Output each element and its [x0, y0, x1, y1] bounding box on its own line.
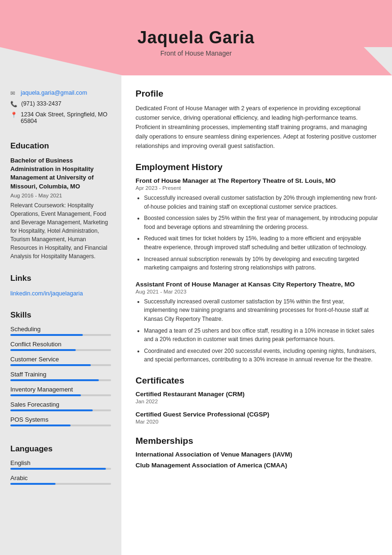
edu-dates: Aug 2016 - May 2021 [10, 193, 111, 198]
skill-item: Staff Training [10, 371, 111, 381]
language-bar-fill [10, 468, 106, 470]
certificates-section-title: Certificates [136, 375, 378, 386]
language-item: Arabic [10, 474, 111, 485]
address-contact: 📍 1234 Oak Street, Springfield, MO 65804 [10, 111, 111, 124]
certificate-date: Jan 2022 [136, 399, 378, 404]
certificate-entry: Certified Guest Service Professional (CG… [136, 411, 378, 424]
linkedin-link-container: linkedin.com/in/jaquelagaria [10, 289, 111, 297]
email-icon: ✉ [10, 90, 17, 97]
resume-document: Jaquela Garia Front of House Manager ✉ j… [0, 0, 392, 555]
skill-name: Sales Forecasting [10, 401, 111, 408]
skill-bar-bg [10, 379, 111, 381]
email-contact: ✉ jaquela.garia@gmail.com [10, 90, 111, 97]
sidebar: ✉ jaquela.garia@gmail.com 📞 (971) 333-24… [0, 75, 121, 555]
language-bar-bg [10, 483, 111, 485]
job-entry: Assistant Front of House Manager at Kans… [136, 281, 378, 364]
skill-item: Scheduling [10, 326, 111, 336]
links-section: Links linkedin.com/in/jaquelagaria [10, 274, 111, 297]
certificate-name: Certified Restaurant Manager (CRM) [136, 391, 378, 398]
job-title: Front of House Manager at The Repertory … [136, 177, 378, 184]
certificate-date: Mar 2020 [136, 419, 378, 424]
education-title: Education [10, 141, 111, 151]
job-dates: Apr 2023 - Present [136, 185, 378, 191]
skill-name: Staff Training [10, 371, 111, 378]
language-bar-bg [10, 468, 111, 470]
skill-bar-fill [10, 409, 93, 411]
skill-bar-fill [10, 349, 76, 351]
languages-title: Languages [10, 444, 111, 454]
resume-header: Jaquela Garia Front of House Manager [0, 0, 392, 75]
education-section: Education Bachelor of Business Administr… [10, 141, 111, 261]
languages-section: Languages English Arabic [10, 444, 111, 490]
phone-icon: 📞 [10, 101, 17, 107]
location-icon: 📍 [10, 112, 17, 118]
employment-section-title: Employment History [136, 162, 378, 172]
languages-list: English Arabic [10, 459, 111, 485]
skill-item: Inventory Management [10, 386, 111, 396]
skill-name: Conflict Resolution [10, 341, 111, 348]
language-name: Arabic [10, 474, 111, 482]
skills-title: Skills [10, 310, 111, 320]
skill-name: Scheduling [10, 326, 111, 333]
language-name: English [10, 459, 111, 466]
linkedin-link[interactable]: linkedin.com/in/jaquelagaria [10, 290, 83, 297]
skills-list: Scheduling Conflict Resolution Customer … [10, 326, 111, 426]
memberships-section-title: Memberships [136, 436, 378, 446]
candidate-name: Jaquela Garia [137, 28, 255, 48]
job-bullet: Reduced wait times for ticket holders by… [144, 234, 378, 252]
skill-name: Customer Service [10, 356, 111, 363]
skill-item: Sales Forecasting [10, 401, 111, 411]
job-entry: Front of House Manager at The Repertory … [136, 177, 378, 272]
job-dates: Aug 2021 - Mar 2023 [136, 289, 378, 294]
edu-degree: Bachelor of Business Administration in H… [10, 156, 111, 191]
contact-section: ✉ jaquela.garia@gmail.com 📞 (971) 333-24… [10, 90, 111, 128]
profile-section-title: Profile [136, 89, 378, 99]
job-bullet: Successfully increased overall customer … [144, 194, 378, 211]
membership-entry: International Association of Venue Manag… [136, 451, 378, 458]
email-link[interactable]: jaquela.garia@gmail.com [21, 90, 87, 96]
profile-text: Dedicated Front of House Manager with 2 … [136, 104, 378, 151]
skill-bar-bg [10, 409, 111, 411]
job-bullet: Boosted concession sales by 25% within t… [144, 214, 378, 231]
job-bullet: Successfully increased overall customer … [144, 297, 378, 324]
skill-item: POS Systems [10, 416, 111, 426]
memberships-list: International Association of Venue Manag… [136, 451, 378, 469]
address-text: 1234 Oak Street, Springfield, MO 65804 [21, 111, 111, 124]
phone-number: (971) 333-2437 [21, 100, 61, 107]
skill-bar-bg [10, 394, 111, 396]
skill-bar-fill [10, 379, 99, 381]
skill-item: Conflict Resolution [10, 341, 111, 351]
certificate-name: Certified Guest Service Professional (CG… [136, 411, 378, 418]
skill-bar-bg [10, 424, 111, 426]
job-bullets: Successfully increased overall customer … [136, 194, 378, 272]
skill-bar-fill [10, 424, 71, 426]
skill-name: POS Systems [10, 416, 111, 423]
skill-bar-fill [10, 334, 83, 336]
phone-contact: 📞 (971) 333-2437 [10, 100, 111, 107]
job-bullet: Coordinated and executed over 200 succes… [144, 347, 378, 364]
job-bullet: Increased annual subscription renewals b… [144, 255, 378, 272]
skill-bar-bg [10, 364, 111, 366]
resume-body: ✉ jaquela.garia@gmail.com 📞 (971) 333-24… [0, 75, 392, 555]
job-bullets: Successfully increased overall customer … [136, 297, 378, 364]
certificate-entry: Certified Restaurant Manager (CRM) Jan 2… [136, 391, 378, 404]
skill-bar-bg [10, 334, 111, 336]
skill-bar-fill [10, 394, 81, 396]
skills-section: Skills Scheduling Conflict Resolution Cu… [10, 310, 111, 431]
edu-coursework: Relevant Coursework: Hospitality Operati… [10, 201, 111, 261]
candidate-title: Front of House Manager [160, 49, 232, 57]
language-bar-fill [10, 483, 56, 485]
language-item: English [10, 459, 111, 470]
links-title: Links [10, 274, 111, 283]
skill-name: Inventory Management [10, 386, 111, 393]
certificates-list: Certified Restaurant Manager (CRM) Jan 2… [136, 391, 378, 424]
employment-list: Front of House Manager at The Repertory … [136, 177, 378, 364]
job-title: Assistant Front of House Manager at Kans… [136, 281, 378, 288]
skill-bar-fill [10, 364, 91, 366]
membership-entry: Club Management Association of America (… [136, 462, 378, 469]
main-content: Profile Dedicated Front of House Manager… [121, 75, 392, 555]
skill-item: Customer Service [10, 356, 111, 366]
skill-bar-bg [10, 349, 111, 351]
job-bullet: Managed a team of 25 ushers and box offi… [144, 326, 378, 344]
